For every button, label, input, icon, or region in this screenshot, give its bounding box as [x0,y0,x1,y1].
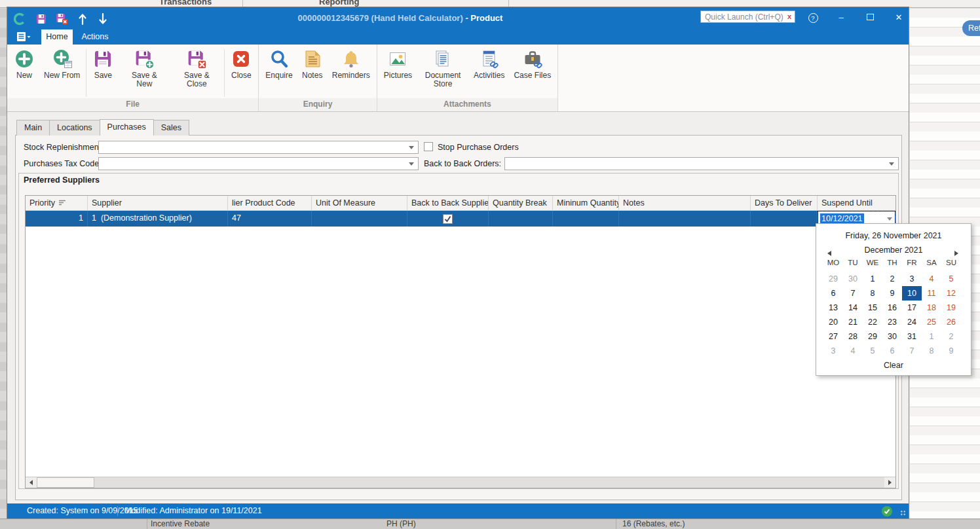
calendar-day[interactable]: 2 [941,329,961,344]
qat-save-close-icon[interactable] [56,13,68,25]
quick-launch-input[interactable]: Quick Launch (Ctrl+Q) x [700,10,795,23]
ribbon-button-save-close[interactable]: Save & Close [170,48,223,88]
resize-grip[interactable] [900,510,906,516]
calendar-day[interactable]: 7 [902,344,922,358]
column-header-unit-of-measure[interactable]: Unit Of Measure [312,196,407,210]
calendar-day[interactable]: 20 [823,315,843,329]
calendar-day[interactable]: 8 [922,344,941,358]
down-arrow-icon[interactable] [97,12,109,26]
calendar-day[interactable]: 18 [922,301,941,315]
ribbon-button-document-store[interactable]: Document Store [417,48,469,88]
row-cell-days-to-deliver[interactable] [751,211,818,227]
stock-replenishment-combo[interactable]: Standard [98,141,419,154]
calendar-day[interactable]: 5 [941,272,961,286]
qat-save-icon[interactable] [35,13,47,25]
calendar-next-month-icon[interactable] [954,247,960,255]
column-header-notes[interactable]: Notes [619,196,751,210]
scrollbar-thumb[interactable] [37,477,94,488]
calendar-clear-button[interactable]: Clear [816,361,971,370]
back-to-back-orders-combo[interactable]: Never [504,157,899,170]
minimize-button[interactable]: – [831,11,851,24]
horizontal-scrollbar[interactable] [26,477,895,488]
column-header-quantity-break[interactable]: Quantity Break [489,196,553,210]
column-header-back-to-back-supplier[interactable]: Back to Back Supplier [407,196,489,210]
row-cell-unit-of-measure[interactable] [312,211,407,227]
ribbon-button-new[interactable]: New [9,48,39,80]
up-arrow-icon[interactable] [77,12,88,26]
calendar-day[interactable]: 4 [843,344,863,358]
calendar-day[interactable]: 23 [882,315,902,329]
calendar-day[interactable]: 7 [843,286,863,301]
page-tab-purchases[interactable]: Purchases [100,119,154,136]
column-header-supplier[interactable]: Supplier [88,196,228,210]
ribbon-tab-actions[interactable]: Actions [75,29,115,45]
calendar-day[interactable]: 3 [902,272,922,286]
calendar-day[interactable]: 1 [863,272,882,286]
calendar-day[interactable]: 15 [863,301,882,315]
calendar-day[interactable]: 14 [843,301,863,315]
calendar-day[interactable]: 30 [843,272,863,286]
ribbon-button-case-files[interactable]: Case Files [509,48,556,80]
calendar-day[interactable]: 30 [882,329,902,344]
help-button[interactable]: ? [803,11,823,24]
calendar-day[interactable]: 28 [843,329,863,344]
calendar-day[interactable]: 17 [902,301,922,315]
scroll-left-arrow-icon[interactable] [26,477,37,488]
purchases-tax-code-combo[interactable]: 103 (GST applies) [98,157,419,170]
calendar-day-selected[interactable]: 10 [902,286,922,301]
calendar-day[interactable]: 4 [922,272,941,286]
calendar-day[interactable]: 26 [941,315,961,329]
page-tab-sales[interactable]: Sales [153,120,189,136]
file-menu-button[interactable] [12,31,35,45]
row-cell-mininum-quantity[interactable] [553,211,619,227]
refresh-button[interactable]: Refr [962,20,980,36]
ribbon-button-new-from[interactable]: New From [39,48,85,80]
close-window-button[interactable]: ✕ [889,11,909,24]
background-menu-reporting[interactable]: Reporting [319,0,359,7]
ribbon-button-enquire[interactable]: Enquire [261,48,297,80]
ribbon-button-reminders[interactable]: Reminders [328,48,375,80]
calendar-day[interactable]: 27 [823,329,843,344]
ribbon-button-notes[interactable]: Notes [297,48,328,80]
back-to-back-supplier-checkbox[interactable] [443,214,453,224]
calendar-day[interactable]: 8 [863,286,882,301]
app-swirl-icon[interactable] [12,12,27,26]
background-menu-transactions[interactable]: Transactions [159,0,212,7]
column-header-days-to-deliver[interactable]: Days To Deliver [751,196,818,210]
ribbon-button-save-new[interactable]: Save & New [118,48,170,88]
calendar-day[interactable]: 13 [823,301,843,315]
row-cell-lier-product-code[interactable]: 47 [228,211,312,227]
calendar-day[interactable]: 1 [922,329,941,344]
calendar-day[interactable]: 19 [941,301,961,315]
calendar-day[interactable]: 9 [941,344,961,358]
calendar-day[interactable]: 22 [863,315,882,329]
ribbon-tab-home[interactable]: Home [41,29,73,45]
calendar-day[interactable]: 31 [902,329,922,344]
ribbon-button-pictures[interactable]: Pictures [379,48,417,80]
calendar-day[interactable]: 3 [823,344,843,358]
page-tab-locations[interactable]: Locations [49,120,100,136]
page-tab-main[interactable]: Main [16,120,50,136]
calendar-day[interactable]: 29 [863,329,882,344]
calendar-month-label[interactable]: December 2021 [816,246,971,255]
calendar-today-label[interactable]: Friday, 26 November 2021 [816,231,971,240]
calendar-day[interactable]: 2 [882,272,902,286]
stop-purchase-orders-checkbox[interactable] [424,142,433,151]
row-cell-notes[interactable] [619,211,751,227]
row-cell-back-to-back-supplier[interactable] [407,211,489,227]
calendar-day[interactable]: 5 [863,344,882,358]
column-header-suspend-until[interactable]: Suspend Until [818,196,896,210]
row-cell-priority[interactable]: 1 [26,211,88,227]
ribbon-button-activities[interactable]: Activities [469,48,509,80]
column-header-priority[interactable]: Priority [26,196,88,210]
row-cell-quantity-break[interactable] [489,211,553,227]
calendar-day[interactable]: 24 [902,315,922,329]
calendar-day[interactable]: 6 [882,344,902,358]
ribbon-button-close[interactable]: Close [226,48,256,80]
calendar-day[interactable]: 21 [843,315,863,329]
grid-data-row[interactable]: 11 (Demonstration Supplier)4710/12/2021 [26,211,895,227]
calendar-day[interactable]: 29 [823,272,843,286]
ribbon-button-save[interactable]: Save [88,48,118,80]
calendar-day[interactable]: 9 [882,286,902,301]
scroll-right-arrow-icon[interactable] [884,477,895,488]
